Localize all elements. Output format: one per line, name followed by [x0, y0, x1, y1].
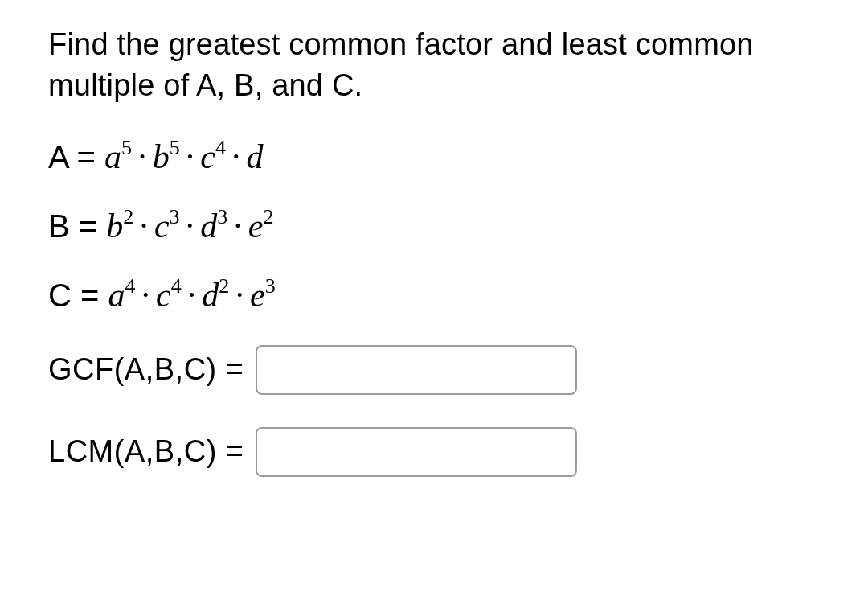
eqA-term1-base: b: [153, 138, 170, 175]
equation-A-lhs: A =: [48, 139, 104, 175]
eqC-term3-base: e: [250, 277, 265, 314]
eqB-term3-exp: 2: [263, 205, 273, 228]
eqC-term0-base: a: [108, 277, 125, 314]
eqB-term1-base: c: [154, 208, 170, 245]
eqA-term3-base: d: [247, 138, 264, 175]
dot-icon: ·: [180, 138, 201, 175]
eqA-term2-base: c: [200, 138, 215, 175]
prompt-text: Find the greatest common factor and leas…: [48, 24, 828, 107]
eqA-term2-exp: 4: [215, 136, 226, 159]
eqC-term2-exp: 2: [219, 274, 229, 298]
dot-icon: ·: [133, 208, 154, 245]
dot-icon: ·: [226, 138, 247, 175]
eqA-term1-exp: 5: [170, 136, 180, 159]
eqB-term3-base: e: [248, 208, 264, 245]
lcm-input[interactable]: [256, 427, 577, 477]
eqC-term1-base: c: [156, 277, 171, 314]
eqB-term2-exp: 3: [217, 205, 227, 228]
lcm-label: LCM(A,B,C) =: [48, 434, 244, 469]
eqC-term1-exp: 4: [171, 274, 182, 298]
equation-C: C = a4·c4·d2·e3: [48, 276, 828, 314]
dot-icon: ·: [229, 277, 250, 314]
eqB-term0-exp: 2: [123, 205, 133, 228]
equation-B: B = b2·c3·d3·e2: [48, 207, 828, 245]
eqC-term3-exp: 3: [265, 274, 276, 298]
gcf-input[interactable]: [256, 345, 577, 395]
dot-icon: ·: [132, 138, 153, 175]
dot-icon: ·: [136, 277, 157, 314]
dot-icon: ·: [227, 208, 248, 245]
eqC-term2-base: d: [202, 277, 219, 314]
eqA-term0-base: a: [104, 138, 121, 175]
eqA-term0-exp: 5: [121, 136, 132, 159]
eqB-term2-base: d: [200, 208, 217, 245]
dot-icon: ·: [182, 277, 203, 314]
eqC-term0-exp: 4: [125, 274, 135, 298]
gcf-row: GCF(A,B,C) =: [48, 345, 828, 395]
equation-A: A = a5·b5·c4·d: [48, 138, 828, 176]
lcm-row: LCM(A,B,C) =: [48, 427, 828, 477]
equation-C-lhs: C =: [48, 277, 108, 313]
gcf-label: GCF(A,B,C) =: [48, 352, 244, 387]
equation-B-lhs: B =: [48, 208, 106, 244]
eqB-term1-exp: 3: [170, 205, 180, 228]
dot-icon: ·: [180, 208, 201, 245]
eqB-term0-base: b: [106, 208, 123, 245]
